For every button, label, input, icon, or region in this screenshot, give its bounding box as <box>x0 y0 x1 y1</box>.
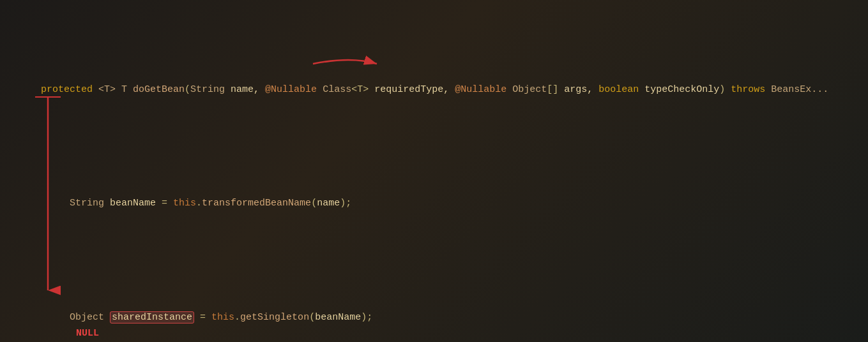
param-name: name, <box>225 84 265 95</box>
code-line-2: String beanName = this.transformedBeanNa… <box>0 179 868 228</box>
var-sharedInstance-highlighted: sharedInstance <box>110 311 194 323</box>
type-Object: Object <box>512 84 547 95</box>
generic-T: <T> <box>351 84 374 95</box>
array-bracket: [] <box>547 84 564 95</box>
close-paren: ) <box>719 84 731 95</box>
code-line-3: Object sharedInstance = this.getSingleto… <box>0 293 868 342</box>
punct-paren: ( <box>185 84 190 95</box>
paren2: ( <box>311 198 317 209</box>
null-label: NULL <box>76 328 99 339</box>
param-requiredType: requiredType, <box>374 84 455 95</box>
method-doGetBean: doGetBean <box>133 84 185 95</box>
annotation-nullable2: @Nullable <box>455 84 512 95</box>
type-Class: Class <box>323 84 351 95</box>
line-2-content: String beanName = this.transformedBeanNa… <box>0 179 351 228</box>
type-String: String <box>190 84 225 95</box>
code-line-1: protected <T> T doGetBean(String name, @… <box>0 65 868 114</box>
keyword-protected: protected <box>41 84 98 95</box>
param-args: args, <box>564 84 598 95</box>
var-beanName: beanName <box>110 198 162 209</box>
dot2: . <box>234 312 240 323</box>
close2: ); <box>340 198 351 209</box>
dot1: . <box>196 198 202 209</box>
close3: ); <box>361 312 372 323</box>
line-3-content: Object sharedInstance = this.getSingleto… <box>0 293 372 342</box>
param-typeCheckOnly: typeCheckOnly <box>644 84 719 95</box>
equals1: = <box>162 198 173 209</box>
keyword-boolean: boolean <box>598 84 644 95</box>
type-String2: String <box>70 198 110 209</box>
type-T: <T> T <box>98 84 133 95</box>
method-getSingleton: getSingleton <box>240 312 309 323</box>
kw-this2: this <box>211 312 234 323</box>
param-name2: name <box>317 198 340 209</box>
type-Object1: Object <box>70 312 110 323</box>
method-transformedBeanName: transformedBeanName <box>202 198 311 209</box>
paren3: ( <box>309 312 315 323</box>
keyword-throws: throws <box>731 84 771 95</box>
kw-this1: this <box>173 198 196 209</box>
equals3: = <box>194 312 211 323</box>
line-1-content: protected <T> T doGetBean(String name, @… <box>0 65 828 114</box>
annotation-nullable1: @Nullable <box>265 84 323 95</box>
code-container: protected <T> T doGetBean(String name, @… <box>0 0 868 342</box>
type-BeansEx: BeansEx... <box>771 84 828 95</box>
param-beanName: beanName <box>315 312 361 323</box>
